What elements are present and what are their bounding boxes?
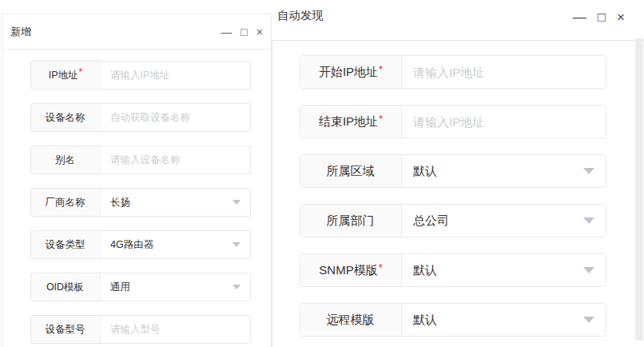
- alias-input[interactable]: [101, 146, 250, 174]
- form-row-device-name: 设备名称: [30, 103, 251, 132]
- device-name-input[interactable]: [101, 104, 250, 131]
- window-controls: — □ ×: [221, 14, 263, 50]
- field-label: 设备型号: [31, 316, 101, 343]
- chevron-down-icon: [583, 267, 594, 273]
- dialog-title: 自动发现: [277, 6, 324, 24]
- required-asterisk: *: [79, 66, 83, 78]
- form-row-vendor: 厂商名称 长扬: [30, 188, 251, 217]
- form-row-ip-address: IP地址*: [30, 61, 251, 90]
- field-label: 厂商名称: [31, 189, 101, 216]
- add-dialog-titlebar[interactable]: 新增 — □ ×: [2, 14, 271, 50]
- maximize-icon[interactable]: □: [241, 26, 247, 38]
- ip-address-input[interactable]: [101, 62, 250, 89]
- auto-discovery-form: 开始IP地址* 结束IP地址* 所属区域 默认: [272, 41, 644, 337]
- field-label: 设备类型: [31, 231, 101, 258]
- form-row-oid-template: OID模板 通用: [30, 273, 251, 301]
- department-select[interactable]: 总公司: [402, 205, 606, 237]
- field-label: 所属部门: [300, 205, 402, 237]
- close-icon[interactable]: ×: [617, 10, 625, 24]
- maximize-icon[interactable]: □: [598, 10, 606, 24]
- field-label: 所属区域: [300, 155, 402, 187]
- form-row-snmp-template: SNMP模版* 默认: [300, 253, 606, 287]
- device-model-input[interactable]: [101, 316, 250, 343]
- remote-template-select[interactable]: 默认: [402, 304, 606, 336]
- form-row-department: 所属部门 总公司: [300, 204, 606, 237]
- chevron-down-icon: [233, 242, 241, 247]
- vendor-select[interactable]: 长扬: [101, 189, 250, 216]
- region-select[interactable]: 默认: [402, 155, 606, 187]
- start-ip-input[interactable]: [402, 56, 606, 88]
- device-type-select[interactable]: 4G路由器: [101, 231, 250, 258]
- required-asterisk: *: [379, 261, 383, 273]
- required-asterisk: *: [379, 113, 383, 125]
- form-row-end-ip: 结束IP地址*: [300, 105, 606, 138]
- dialog-title: 新增: [10, 14, 31, 50]
- minimize-icon[interactable]: —: [221, 26, 232, 38]
- form-row-device-model: 设备型号: [30, 315, 251, 344]
- form-row-alias: 别名: [30, 146, 251, 174]
- end-ip-input[interactable]: [402, 106, 606, 138]
- form-row-start-ip: 开始IP地址*: [300, 55, 606, 89]
- field-label: SNMP模版*: [300, 254, 402, 286]
- chevron-down-icon: [233, 285, 241, 289]
- form-row-device-type: 设备类型 4G路由器: [30, 230, 251, 259]
- auto-discovery-content-panel: 开始IP地址* 结束IP地址* 所属区域 默认: [272, 40, 644, 347]
- auto-discovery-titlebar[interactable]: 自动发现 — □ ×: [272, 0, 644, 40]
- add-device-dialog: 新增 — □ × IP地址* 设备名称 别名 厂商: [2, 14, 272, 347]
- form-row-remote-template: 远程模版 默认: [300, 303, 606, 337]
- field-label: OID模板: [31, 273, 101, 301]
- scrollbar[interactable]: [635, 38, 643, 341]
- oid-template-select[interactable]: 通用: [101, 273, 250, 301]
- field-label: IP地址*: [31, 62, 101, 89]
- field-label: 开始IP地址*: [300, 56, 402, 88]
- field-label: 设备名称: [31, 104, 101, 131]
- snmp-template-select[interactable]: 默认: [402, 254, 606, 286]
- chevron-down-icon: [583, 168, 594, 174]
- auto-discovery-dialog: 自动发现 — □ × 开始IP地址* 结束IP地址* 所属区: [272, 0, 644, 347]
- chevron-down-icon: [583, 217, 594, 224]
- field-label: 远程模版: [300, 304, 402, 336]
- window-controls: — □ ×: [573, 8, 625, 26]
- chevron-down-icon: [583, 317, 594, 323]
- chevron-down-icon: [233, 200, 241, 205]
- field-label: 别名: [31, 146, 101, 174]
- form-row-region: 所属区域 默认: [300, 154, 606, 188]
- minimize-icon[interactable]: —: [573, 10, 586, 24]
- required-asterisk: *: [379, 63, 383, 75]
- field-label: 结束IP地址*: [300, 106, 402, 138]
- add-dialog-form: IP地址* 设备名称 别名 厂商名称 长扬: [2, 50, 271, 344]
- close-icon[interactable]: ×: [256, 26, 263, 38]
